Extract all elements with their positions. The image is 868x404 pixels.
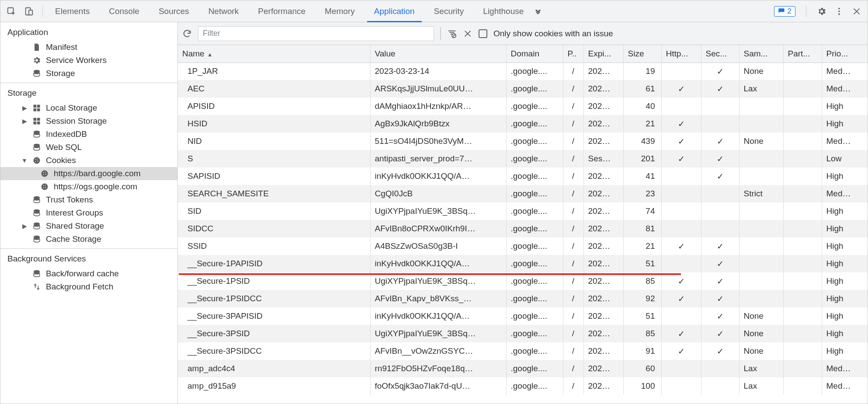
- sidebar-item[interactable]: Cache Storage: [0, 233, 177, 246]
- only-issue-checkbox[interactable]: [479, 29, 487, 38]
- clear-icon[interactable]: [463, 29, 472, 38]
- table-row[interactable]: __Secure-1PAPISIDinKyHvdk0OKKJ1QQ/A….goo…: [178, 255, 868, 272]
- cell-expires: 202…: [583, 185, 623, 202]
- cell-priority: High: [822, 220, 868, 237]
- more-tabs-icon[interactable]: [533, 7, 543, 16]
- svg-rect-8: [37, 105, 40, 108]
- settings-icon[interactable]: [817, 7, 826, 16]
- cell-partition: [783, 185, 822, 202]
- table-row[interactable]: APISIDdAMghiaox1hHznkp/AR….google..../20…: [178, 98, 868, 115]
- tab-lighthouse[interactable]: Lighthouse: [473, 0, 533, 22]
- table-row[interactable]: __Secure-3PSIDUgiXYPjpaIYuE9K_3BSq….goog…: [178, 325, 868, 342]
- sidebar-item[interactable]: Background Fetch: [0, 280, 177, 293]
- sidebar-item[interactable]: IndexedDB: [0, 128, 177, 141]
- sidebar-item[interactable]: ▶Session Storage: [0, 115, 177, 128]
- column-header[interactable]: Prio...: [822, 45, 868, 63]
- cell-expires: 202…: [583, 342, 623, 360]
- cell-partition: [783, 307, 822, 325]
- kebab-menu-icon[interactable]: [834, 7, 844, 16]
- filter-input[interactable]: [198, 26, 434, 41]
- sidebar-item[interactable]: Interest Groups: [0, 206, 177, 219]
- table-row[interactable]: NID511=sO4I4jDS0he3VyM….google..../202…4…: [178, 132, 868, 150]
- tab-performance[interactable]: Performance: [248, 0, 315, 22]
- cell-domain: .google....: [506, 167, 563, 185]
- cell-size: 74: [623, 202, 661, 220]
- sidebar-item[interactable]: Manifest: [0, 41, 177, 54]
- column-header[interactable]: Domain: [506, 45, 563, 63]
- sidebar-item[interactable]: ▶Shared Storage: [0, 219, 177, 233]
- cookies-toolbar: Only show cookies with an issue: [178, 22, 868, 45]
- cell-secure: ✓: [701, 307, 739, 325]
- table-row[interactable]: AECARSKqsJjjUSlmuLe0UU….google..../202…6…: [178, 80, 868, 98]
- tabbar-right-icons: 2: [768, 6, 868, 17]
- cell-expires: 202…: [583, 272, 623, 290]
- table-row[interactable]: __Secure-3PSIDCCAFvIBn__vOw2znGSYC….goog…: [178, 342, 868, 360]
- cell-expires: 202…: [583, 115, 623, 132]
- clear-filtered-icon[interactable]: [447, 29, 457, 38]
- cell-secure: [701, 202, 739, 220]
- column-header[interactable]: Expi...: [583, 45, 623, 63]
- column-header[interactable]: Value: [370, 45, 506, 63]
- device-toggle-icon[interactable]: [24, 7, 34, 16]
- application-sidebar[interactable]: ApplicationManifestService WorkersStorag…: [0, 22, 178, 404]
- cell-expires: 202…: [583, 63, 623, 80]
- column-header[interactable]: Sam...: [739, 45, 783, 63]
- table-row[interactable]: SIDUgiXYPjpaIYuE9K_3BSq….google..../202……: [178, 202, 868, 220]
- refresh-icon[interactable]: [182, 29, 192, 38]
- column-header[interactable]: Part...: [783, 45, 822, 63]
- sidebar-item[interactable]: ▼Cookies: [0, 154, 177, 167]
- cell-secure: [701, 220, 739, 237]
- cell-expires: 202…: [583, 255, 623, 272]
- column-header[interactable]: Sec...: [701, 45, 739, 63]
- sidebar-item[interactable]: Storage: [0, 67, 177, 80]
- cell-domain: .google....: [506, 325, 563, 342]
- cell-name: amp_d915a9: [178, 377, 370, 395]
- expand-arrow-icon[interactable]: ▼: [21, 157, 28, 164]
- tab-application[interactable]: Application: [365, 0, 424, 22]
- close-icon[interactable]: [852, 7, 861, 16]
- table-row[interactable]: Santipasti_server_prod=7….google..../Ses…: [178, 150, 868, 167]
- column-header[interactable]: Http...: [661, 45, 701, 63]
- sidebar-item[interactable]: https://ogs.google.com: [0, 180, 177, 193]
- expand-arrow-icon[interactable]: ▶: [21, 118, 28, 125]
- table-row[interactable]: SIDCCAFvIBn8oCPRXw0IKrh9I….google..../20…: [178, 220, 868, 237]
- sidebar-item[interactable]: Web SQL: [0, 141, 177, 154]
- issues-badge[interactable]: 2: [774, 6, 795, 17]
- sidebar-item[interactable]: Back/forward cache: [0, 267, 177, 280]
- sort-asc-icon: ▲: [207, 51, 213, 58]
- cell-expires: 202…: [583, 325, 623, 342]
- tab-network[interactable]: Network: [199, 0, 249, 22]
- table-row[interactable]: SSIDA4BSzZwOSaS0g3B-I.google..../202…21✓…: [178, 237, 868, 255]
- tab-security[interactable]: Security: [424, 0, 474, 22]
- table-row[interactable]: 1P_JAR2023-03-23-14.google..../202…19✓No…: [178, 63, 868, 80]
- cell-value: AgBx9JkAlQrb9Btzx: [370, 115, 506, 132]
- sidebar-item[interactable]: Service Workers: [0, 54, 177, 67]
- table-row[interactable]: __Secure-3PAPISIDinKyHvdk0OKKJ1QQ/A….goo…: [178, 307, 868, 325]
- table-row[interactable]: amp_d915a9foOfx5qjk3ao7Iak7d-qU….google.…: [178, 377, 868, 395]
- tab-memory[interactable]: Memory: [315, 0, 365, 22]
- tab-sources[interactable]: Sources: [149, 0, 199, 22]
- table-row[interactable]: SAPISIDinKyHvdk0OKKJ1QQ/A….google..../20…: [178, 167, 868, 185]
- cell-domain: .google....: [506, 150, 563, 167]
- expand-arrow-icon[interactable]: ▶: [21, 223, 28, 230]
- sidebar-item[interactable]: ▶Local Storage: [0, 101, 177, 115]
- tab-console[interactable]: Console: [99, 0, 149, 22]
- table-row[interactable]: SEARCH_SAMESITECgQI0JcB.google..../202…2…: [178, 185, 868, 202]
- column-header[interactable]: Size: [623, 45, 661, 63]
- table-row[interactable]: amp_adc4c4rn912FbO5HZvFoqe18q….google...…: [178, 360, 868, 377]
- column-header[interactable]: P..: [563, 45, 583, 63]
- cell-expires: 202…: [583, 237, 623, 255]
- inspect-icon[interactable]: [7, 7, 16, 16]
- table-row[interactable]: HSIDAgBx9JkAlQrb9Btzx.google..../202…21✓…: [178, 115, 868, 132]
- cell-name: SIDCC: [178, 220, 370, 237]
- cell-samesite: [739, 98, 783, 115]
- table-row[interactable]: __Secure-1PSIDUgiXYPjpaIYuE9K_3BSq….goog…: [178, 272, 868, 290]
- svg-rect-13: [34, 122, 37, 125]
- table-row[interactable]: __Secure-1PSIDCCAFvIBn_Kapv_b8VKss_….goo…: [178, 290, 868, 307]
- cookies-table-wrap[interactable]: Name▲ValueDomainP..Expi...SizeHttp...Sec…: [178, 45, 868, 404]
- sidebar-item[interactable]: https://bard.google.com: [0, 167, 177, 180]
- column-header[interactable]: Name▲: [178, 45, 370, 63]
- sidebar-item[interactable]: Trust Tokens: [0, 193, 177, 206]
- expand-arrow-icon[interactable]: ▶: [21, 104, 28, 111]
- tab-elements[interactable]: Elements: [45, 0, 99, 22]
